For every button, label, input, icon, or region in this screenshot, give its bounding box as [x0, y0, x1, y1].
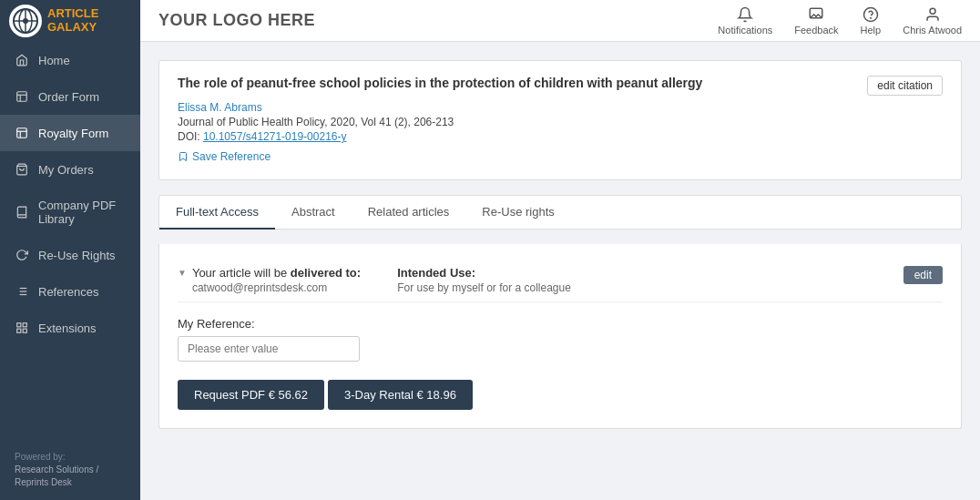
intended-use-value: For use by myself or for a colleague: [397, 281, 903, 294]
sidebar-item-royalty-form[interactable]: Royalty Form: [0, 115, 140, 151]
save-reference-button[interactable]: Save Reference: [178, 150, 271, 163]
intended-use-label: Intended Use:: [397, 266, 903, 280]
svg-point-8: [930, 8, 935, 14]
sidebar-item-my-orders[interactable]: My Orders: [0, 151, 140, 188]
sidebar-item-extensions[interactable]: Extensions: [0, 310, 140, 346]
sidebar-item-reuse-rights[interactable]: Re-Use Rights: [0, 237, 140, 273]
svg-rect-9: [17, 92, 27, 102]
sidebar: Home Order Form Royalty Form: [0, 42, 140, 500]
request-pdf-button[interactable]: Request PDF € 56.62: [178, 380, 324, 410]
sidebar-item-home[interactable]: Home: [0, 42, 140, 78]
delivery-edit-button[interactable]: edit: [903, 266, 943, 284]
delivery-label: Your article will be delivered to:: [192, 266, 361, 280]
extensions-icon: [15, 321, 29, 335]
main-content: edit citation The role of peanut-free sc…: [140, 42, 980, 500]
svg-rect-23: [23, 323, 26, 327]
svg-rect-12: [17, 128, 27, 138]
orders-icon: [15, 162, 29, 177]
bookmark-icon: [178, 151, 189, 162]
feedback-button[interactable]: Feedback: [794, 6, 838, 36]
order-icon: [15, 89, 29, 104]
logo-area: ARTICLE GALAXY: [0, 0, 140, 42]
sidebar-item-order-form[interactable]: Order Form: [0, 78, 140, 115]
svg-rect-22: [17, 323, 21, 327]
user-menu-button[interactable]: Chris Atwood: [903, 6, 962, 36]
body-layout: Home Order Form Royalty Form: [0, 42, 980, 500]
doi-link[interactable]: 10.1057/s41271-019-00216-y: [203, 130, 346, 143]
my-reference-section: My Reference:: [178, 317, 943, 362]
article-doi: DOI: 10.1057/s41271-019-00216-y: [178, 130, 943, 143]
tab-full-text-access[interactable]: Full-text Access: [159, 196, 275, 230]
my-reference-label: My Reference:: [178, 317, 943, 331]
svg-rect-25: [17, 329, 21, 332]
top-header: ARTICLE GALAXY YOUR LOGO HERE Notificati…: [0, 0, 980, 42]
delivery-details: Your article will be delivered to: catwo…: [192, 266, 361, 294]
royalty-icon: [15, 126, 29, 140]
library-icon: [15, 205, 29, 219]
action-buttons: Request PDF € 56.62 3-Day Rental € 18.96: [178, 380, 943, 410]
tab-related-articles[interactable]: Related articles: [352, 196, 466, 230]
help-button[interactable]: Help: [861, 6, 882, 36]
tab-reuse-rights[interactable]: Re-Use rights: [465, 196, 570, 230]
intended-use: Intended Use: For use by myself or for a…: [397, 266, 903, 294]
article-journal: Journal of Public Health Policy, 2020, V…: [178, 116, 943, 128]
chevron-down-icon: ▼: [178, 268, 187, 278]
rental-button[interactable]: 3-Day Rental € 18.96: [328, 380, 473, 410]
logo-icon: [9, 5, 42, 37]
svg-rect-24: [23, 329, 26, 332]
article-card: edit citation The role of peanut-free sc…: [158, 60, 962, 180]
delivery-email: catwood@reprintsdesk.com: [192, 281, 361, 294]
article-author: Elissa M. Abrams: [178, 101, 943, 114]
my-reference-input[interactable]: [178, 336, 360, 362]
home-icon: [15, 53, 29, 67]
svg-point-7: [871, 17, 872, 18]
header-actions: Notifications Feedback Help Chri: [718, 6, 962, 36]
sidebar-item-references[interactable]: References: [0, 273, 140, 310]
article-tabs: Full-text Access Abstract Related articl…: [158, 195, 962, 230]
notifications-button[interactable]: Notifications: [718, 6, 772, 36]
reuse-icon: [15, 248, 29, 262]
content-panel: ▼ Your article will be delivered to: cat…: [158, 244, 962, 429]
sidebar-footer: Powered by: Research Solutions / Reprint…: [0, 440, 140, 500]
edit-citation-button[interactable]: edit citation: [867, 76, 943, 96]
references-icon: [15, 284, 29, 299]
delivery-info: ▼ Your article will be delivered to: cat…: [178, 266, 361, 294]
sidebar-item-company-pdf-library[interactable]: Company PDF Library: [0, 188, 140, 237]
sidebar-logo-text: ARTICLE GALAXY: [47, 7, 98, 34]
article-title: The role of peanut-free school policies …: [178, 76, 943, 90]
delivery-row: ▼ Your article will be delivered to: cat…: [178, 259, 943, 302]
tab-abstract[interactable]: Abstract: [275, 196, 352, 230]
your-logo-text: YOUR LOGO HERE: [158, 11, 718, 30]
